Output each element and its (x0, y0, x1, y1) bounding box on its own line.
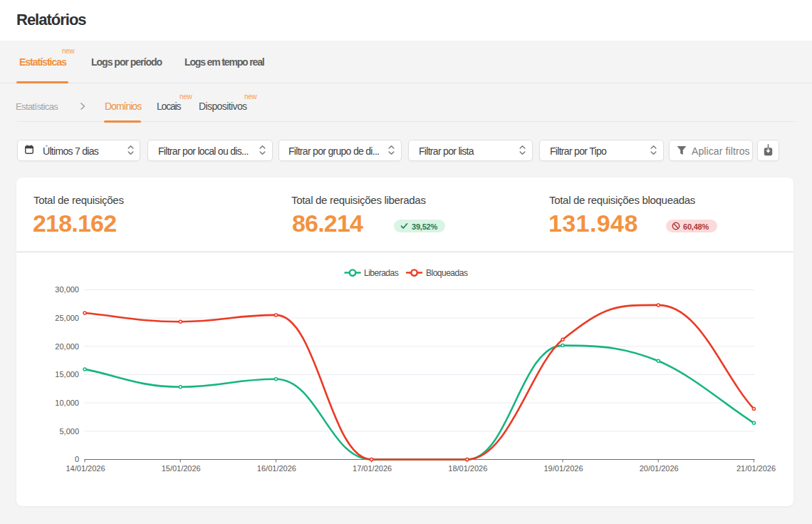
svg-text:17/01/2026: 17/01/2026 (353, 464, 392, 473)
svg-text:16/01/2026: 16/01/2026 (257, 464, 296, 473)
svg-text:18/01/2026: 18/01/2026 (448, 464, 487, 473)
svg-text:Liberadas: Liberadas (364, 268, 399, 278)
svg-text:20/01/2026: 20/01/2026 (640, 464, 679, 473)
svg-text:20,000: 20,000 (55, 342, 79, 351)
svg-text:30,000: 30,000 (55, 285, 79, 294)
svg-text:19/01/2026: 19/01/2026 (543, 464, 583, 473)
svg-text:14/01/2026: 14/01/2026 (66, 464, 105, 473)
svg-text:Bloqueadas: Bloqueadas (426, 268, 468, 278)
svg-text:15,000: 15,000 (55, 370, 79, 379)
svg-text:21/01/2026: 21/01/2026 (736, 464, 776, 473)
svg-text:5,000: 5,000 (59, 427, 79, 436)
svg-text:10,000: 10,000 (55, 399, 79, 407)
svg-text:15/01/2026: 15/01/2026 (162, 464, 201, 473)
svg-text:0: 0 (75, 455, 79, 463)
svg-text:25,000: 25,000 (55, 314, 79, 322)
